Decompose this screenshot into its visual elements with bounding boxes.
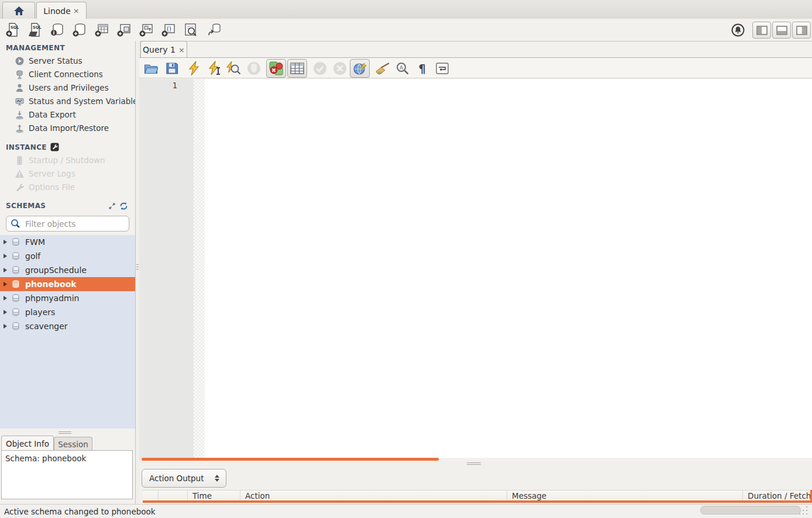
close-icon[interactable]: × bbox=[73, 6, 80, 15]
database-icon bbox=[12, 252, 20, 260]
beautify-button[interactable] bbox=[374, 60, 390, 76]
sidebar-item-client-connections[interactable]: Client Connections bbox=[0, 68, 135, 81]
sidebar-item-data-export[interactable]: Data Export bbox=[0, 108, 135, 121]
notification-icon[interactable] bbox=[730, 22, 746, 38]
search-icon bbox=[11, 219, 20, 229]
connection-tab[interactable]: Linode × bbox=[36, 2, 87, 19]
schema-name: groupSchedule bbox=[25, 265, 87, 275]
schema-row-groupschedule[interactable]: groupSchedule bbox=[0, 263, 135, 277]
sidebar-item-label: Client Connections bbox=[29, 70, 103, 79]
instance-section-title: INSTANCE bbox=[6, 143, 47, 151]
database-icon bbox=[12, 308, 20, 316]
create-view-button[interactable] bbox=[116, 22, 132, 38]
instance-section-header: INSTANCE bbox=[6, 143, 59, 151]
database-icon bbox=[12, 238, 20, 246]
toggle-right-panel-button[interactable] bbox=[792, 22, 811, 39]
expander-icon[interactable] bbox=[4, 268, 7, 272]
expander-icon[interactable] bbox=[4, 296, 7, 301]
toggle-stop-on-error-button[interactable] bbox=[266, 59, 286, 78]
info-panel-splitter[interactable] bbox=[59, 431, 71, 435]
schema-tree: FWM golf groupSchedule phonebook phpmyad… bbox=[0, 235, 135, 429]
open-sql-script-button[interactable]: SQL bbox=[27, 22, 43, 38]
close-icon[interactable]: × bbox=[178, 46, 185, 54]
sidebar-item-startup-shutdown[interactable]: Startup / Shutdown bbox=[0, 154, 135, 167]
expander-icon[interactable] bbox=[4, 282, 7, 286]
schema-name: phonebook bbox=[25, 279, 77, 289]
new-sql-tab-button[interactable]: SQL bbox=[5, 22, 21, 38]
system-variables-icon bbox=[15, 96, 25, 106]
expander-icon[interactable] bbox=[4, 310, 7, 315]
tab-session[interactable]: Session bbox=[54, 437, 92, 451]
schema-filter-input[interactable] bbox=[24, 219, 129, 229]
execute-current-button[interactable] bbox=[207, 60, 222, 76]
schema-row-players[interactable]: players bbox=[0, 305, 135, 319]
home-tab[interactable] bbox=[2, 2, 35, 19]
client-connections-icon bbox=[15, 70, 25, 80]
schema-row-phpmyadmin[interactable]: phpmyadmin bbox=[0, 291, 135, 305]
refresh-schemas-icon[interactable] bbox=[119, 202, 128, 210]
output-splitter-handle[interactable] bbox=[467, 462, 481, 467]
toggle-left-panel-button[interactable] bbox=[752, 22, 771, 39]
sidebar-item-label: Status and System Variables bbox=[29, 96, 142, 106]
search-data-button[interactable] bbox=[183, 22, 199, 38]
toggle-autocommit-button[interactable] bbox=[350, 59, 370, 78]
expander-icon[interactable] bbox=[4, 254, 7, 258]
find-button[interactable]: A bbox=[394, 60, 410, 76]
stop-button[interactable] bbox=[246, 60, 262, 76]
sidebar-item-options-file[interactable]: Options File bbox=[0, 181, 135, 194]
tab-object-info[interactable]: Object Info bbox=[1, 436, 54, 451]
data-export-icon bbox=[15, 110, 25, 120]
output-view-selector[interactable]: Action Output bbox=[142, 469, 226, 488]
expander-icon[interactable] bbox=[4, 240, 7, 244]
resize-grip[interactable] bbox=[797, 505, 810, 517]
output-horizontal-scrollbar[interactable] bbox=[143, 500, 812, 503]
scrollbar-thumb[interactable] bbox=[700, 506, 801, 514]
schema-name: scavenger bbox=[25, 322, 68, 331]
svg-text:i: i bbox=[53, 30, 55, 36]
sql-editor-surface[interactable] bbox=[205, 79, 812, 458]
rollback-button[interactable] bbox=[332, 60, 347, 76]
explain-button[interactable] bbox=[225, 60, 241, 76]
schema-name: FWM bbox=[25, 237, 45, 247]
show-invisibles-button[interactable]: ¶ bbox=[414, 60, 430, 76]
expand-panel-icon[interactable] bbox=[108, 202, 116, 210]
sidebar-item-users-privileges[interactable]: Users and Privileges bbox=[0, 81, 135, 94]
expander-icon[interactable] bbox=[4, 324, 7, 329]
object-info-content: Schema: phonebook bbox=[1, 450, 133, 499]
main-toolbar: SQL SQL i () bbox=[0, 19, 812, 42]
sidebar-item-system-variables[interactable]: Status and System Variables bbox=[0, 95, 135, 108]
sidebar-item-label: Startup / Shutdown bbox=[29, 156, 105, 165]
schema-filter[interactable] bbox=[6, 216, 129, 232]
schemas-section-title: SCHEMAS bbox=[6, 202, 46, 210]
sidebar-item-data-import[interactable]: Data Import/Restore bbox=[0, 122, 135, 134]
database-icon bbox=[12, 294, 20, 302]
sidebar-item-label: Data Import/Restore bbox=[29, 123, 109, 133]
sidebar-item-server-logs[interactable]: Server Logs bbox=[0, 167, 135, 180]
save-button[interactable] bbox=[164, 60, 180, 76]
tab-query-1[interactable]: Query 1 × bbox=[140, 41, 187, 58]
schema-row-golf[interactable]: golf bbox=[0, 249, 135, 263]
spinner-icon[interactable] bbox=[211, 475, 223, 482]
create-function-button[interactable]: () bbox=[160, 22, 177, 38]
reconnect-dbms-button[interactable] bbox=[206, 22, 222, 38]
commit-button[interactable] bbox=[312, 60, 328, 76]
toggle-bottom-panel-button[interactable] bbox=[772, 22, 791, 39]
create-schema-button[interactable] bbox=[71, 22, 88, 38]
schema-row-scavenger[interactable]: scavenger bbox=[0, 319, 135, 333]
wrap-text-button[interactable] bbox=[434, 60, 450, 76]
execute-button[interactable] bbox=[186, 60, 202, 76]
open-file-button[interactable] bbox=[143, 60, 159, 76]
sidebar-item-label: Data Export bbox=[29, 110, 76, 119]
status-bar: Active schema changed to phonebook bbox=[0, 504, 812, 518]
inspector-button[interactable]: i bbox=[49, 22, 66, 38]
schema-name: players bbox=[25, 308, 55, 317]
schema-row-phonebook-selected[interactable]: phonebook bbox=[0, 277, 135, 291]
create-procedure-button[interactable] bbox=[138, 22, 154, 38]
create-table-button[interactable] bbox=[94, 22, 110, 38]
window-tab-bar: Linode × bbox=[0, 0, 812, 19]
pilcrow-icon: ¶ bbox=[418, 62, 425, 75]
limit-rows-button[interactable] bbox=[287, 59, 307, 78]
database-icon bbox=[12, 322, 20, 330]
sidebar-item-server-status[interactable]: Server Status bbox=[0, 54, 135, 67]
schema-row-fwm[interactable]: FWM bbox=[0, 235, 135, 249]
